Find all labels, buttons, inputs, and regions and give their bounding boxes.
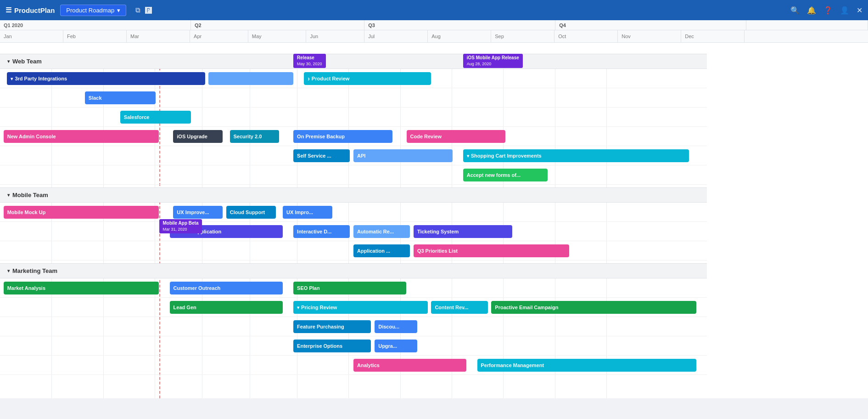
table-row: 3rd Party Integrations Product Review [0,69,707,88]
q2-label: Q2 [191,20,364,30]
user-icon[interactable]: 👤 [840,6,849,15]
table-row: Slack [0,88,707,108]
bar-mobile-mockup[interactable]: Mobile Mock Up [4,206,159,219]
bar-market-analysis[interactable]: Market Analysis [4,282,159,294]
timeline-container: Q1 2020 Q2 Q3 Q4 Jan Feb Mar Apr May Jun… [0,20,868,398]
bar-ticketing[interactable]: Ticketing System [414,225,513,238]
marketing-team-header[interactable]: ▾ Marketing Team [0,263,707,278]
bookmark-icon[interactable]: 🅿 [145,6,152,14]
month-row: Jan Feb Mar Apr May Jun Jul Aug Sep Oct … [0,30,868,42]
bar-new-admin[interactable]: New Admin Console [4,130,159,143]
table-row: Salesforce [0,108,707,127]
bar-3rd-party[interactable]: 3rd Party Integrations [7,72,205,85]
table-row: Android Application Interactive D... Aut… [0,222,707,241]
bar-on-premise[interactable]: On Premise Backup [293,130,392,143]
q4-label: Q4 [555,20,746,30]
logo-text: ProductPlan [14,6,55,14]
bar-application[interactable]: Application ... [353,244,410,257]
bar-ios-upgrade[interactable]: iOS Upgrade [173,130,223,143]
month-oct: Oct [554,30,618,42]
month-sep: Sep [491,30,554,42]
bar-discount[interactable]: Discou... [375,320,417,333]
table-row: Mobile Mock Up UX Improve... Cloud Suppo… [0,203,707,222]
table-row: Self Service ... API Shopping Cart Impro… [0,146,707,165]
copy-icon[interactable]: ⧉ [135,6,140,14]
table-row: Feature Purchasing Discou... [0,317,707,336]
month-jul: Jul [364,30,428,42]
marketing-team-chevron: ▾ [7,268,10,273]
bar-security[interactable]: Security 2.0 [230,130,280,143]
table-row: Market Analysis Customer Outreach SEO Pl… [0,278,707,298]
bar-product-review[interactable]: Product Review [304,72,431,85]
table-row: Enterprise Options Upgra... [0,336,707,356]
bar-accept-forms[interactable]: Accept new forms of... [463,169,548,181]
q3-label: Q3 [364,20,555,30]
table-row: Lead Gen Pricing Review Content Rev... P… [0,298,707,317]
mobile-team-chevron: ▾ [7,193,10,198]
table-row: Analytics Performance Management [0,356,707,375]
bar-proactive-email[interactable]: Proactive Email Campaign [491,301,696,314]
help-icon[interactable]: ❓ [823,6,833,15]
header-actions: 🔍 🔔 ❓ 👤 ✕ [790,6,862,15]
time-header: Q1 2020 Q2 Q3 Q4 Jan Feb Mar Apr May Jun… [0,20,868,43]
bar-3rd-party-ext[interactable] [208,72,293,85]
mobile-team-label: Mobile Team [12,192,48,198]
app-header: ☰ ProductPlan Product Roadmap ▾ ⧉ 🅿 🔍 🔔 … [0,0,868,20]
milestone-mobile-beta: Mobile App Beta Mar 31, 2020 [159,219,202,233]
bar-performance[interactable]: Performance Management [477,359,696,372]
bar-ux-improve-2[interactable]: UX Impro... [283,206,332,219]
bar-lead-gen[interactable]: Lead Gen [170,301,283,314]
month-nov: Nov [618,30,681,42]
table-row: Accept new forms of... [0,165,707,185]
bar-analytics[interactable]: Analytics [353,359,466,372]
close-icon[interactable]: ✕ [857,6,862,15]
web-team-label: Web Team [12,58,42,65]
bell-icon[interactable]: 🔔 [807,6,816,15]
web-team-chevron: ▾ [7,59,10,64]
table-row: New Admin Console iOS Upgrade Security 2… [0,127,707,146]
mobile-team-header[interactable]: ▾ Mobile Team [0,187,707,203]
bar-code-review[interactable]: Code Review [407,130,506,143]
bar-content-rev[interactable]: Content Rev... [431,301,487,314]
month-may: May [248,30,307,42]
table-row: Application ... Q3 Priorities List [0,241,707,260]
month-mar: Mar [127,30,190,42]
hamburger-icon[interactable]: ☰ [6,6,11,14]
q4-extra [746,20,868,30]
bar-cloud-support[interactable]: Cloud Support [226,206,276,219]
bar-customer-outreach[interactable]: Customer Outreach [170,282,283,294]
marketing-team-label: Marketing Team [12,267,57,274]
bar-slack[interactable]: Slack [85,91,156,104]
q1-label: Q1 2020 [0,20,191,30]
month-jan: Jan [0,30,63,42]
month-apr: Apr [190,30,248,42]
milestone-ios-release: iOS Mobile App Release Aug 28, 2020 [463,54,523,68]
bar-shopping-cart[interactable]: Shopping Cart Improvements [463,149,689,162]
month-aug: Aug [428,30,491,42]
dropdown-icon: ▾ [117,7,120,14]
bar-api[interactable]: API [353,149,453,162]
month-jun: Jun [306,30,364,42]
bar-q3-priorities[interactable]: Q3 Priorities List [414,244,569,257]
web-team-header[interactable]: ▾ Web Team [0,54,707,69]
bar-self-service[interactable]: Self Service ... [293,149,350,162]
month-feb: Feb [63,30,127,42]
bar-seo-plan[interactable]: SEO Plan [293,282,406,294]
month-dec: Dec [681,30,745,42]
bar-interactive[interactable]: Interactive D... [293,225,350,238]
logo: ☰ ProductPlan [6,6,55,14]
bar-salesforce[interactable]: Salesforce [120,111,191,124]
bar-automatic[interactable]: Automatic Re... [353,225,410,238]
bar-upgrade[interactable]: Upgra... [375,340,417,352]
bar-ux-improve-1[interactable]: UX Improve... [173,206,223,219]
bar-enterprise[interactable]: Enterprise Options [293,340,371,352]
quarter-row: Q1 2020 Q2 Q3 Q4 [0,20,868,30]
bar-feature-purchasing[interactable]: Feature Purchasing [293,320,371,333]
plan-button[interactable]: Product Roadmap ▾ [60,5,126,16]
gantt-area: Release May 30, 2020 Mobile App Beta Mar… [0,54,707,398]
milestone-release: Release May 30, 2020 [293,54,326,68]
bar-pricing-review[interactable]: Pricing Review [293,301,428,314]
search-icon[interactable]: 🔍 [790,6,800,15]
